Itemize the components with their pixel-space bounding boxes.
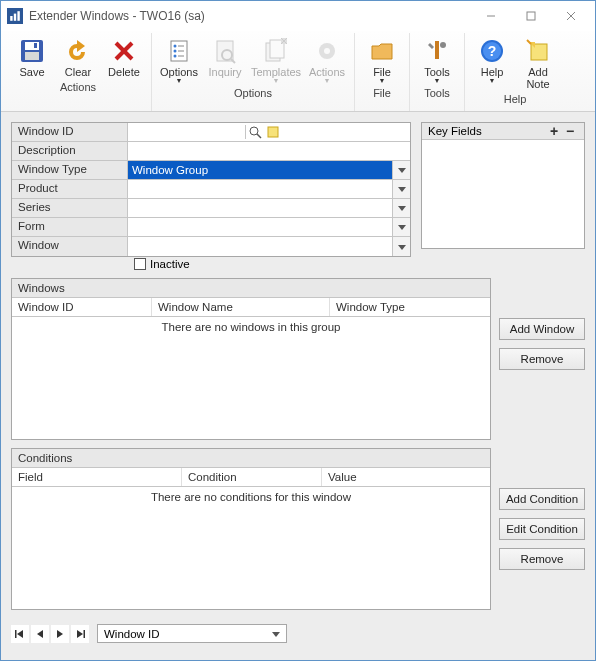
form-grid: Window ID Description Window Type <box>11 122 411 257</box>
undo-icon <box>64 37 92 65</box>
nav-prev[interactable] <box>31 625 49 643</box>
group-label-help: Help <box>504 91 527 109</box>
svg-text:?: ? <box>488 43 497 59</box>
lookup-button[interactable] <box>246 123 264 141</box>
edit-condition-button[interactable]: Edit Condition <box>499 518 585 540</box>
col-field[interactable]: Field <box>12 468 182 486</box>
svg-rect-30 <box>435 41 439 59</box>
description-input[interactable] <box>128 144 410 158</box>
delete-button[interactable]: Delete <box>101 33 147 79</box>
group-label-actions: Actions <box>60 79 96 97</box>
chevron-down-icon: ▼ <box>379 78 386 84</box>
tools-button[interactable]: Tools ▼ <box>414 33 460 85</box>
add-note-button[interactable]: Add Note <box>515 33 561 91</box>
actions-button[interactable]: Actions ▼ <box>304 33 350 85</box>
label-window-id: Window ID <box>12 123 128 141</box>
window-dropdown[interactable] <box>392 237 410 256</box>
chevron-down-icon: ▼ <box>489 78 496 84</box>
remove-window-button[interactable]: Remove <box>499 348 585 370</box>
chevron-down-icon: ▼ <box>176 78 183 84</box>
file-button[interactable]: File ▼ <box>359 33 405 85</box>
form-dropdown[interactable] <box>392 218 410 236</box>
label-description: Description <box>12 142 128 160</box>
col-window-id[interactable]: Window ID <box>12 298 152 316</box>
window-title: Extender Windows - TWO16 (sa) <box>29 9 205 23</box>
remove-condition-button[interactable]: Remove <box>499 548 585 570</box>
key-fields-header: Key Fields <box>428 125 482 137</box>
windows-panel-header: Windows <box>12 279 490 298</box>
record-navigator: Window ID <box>11 618 585 643</box>
delete-icon <box>110 37 138 65</box>
col-window-name[interactable]: Window Name <box>152 298 330 316</box>
svg-line-37 <box>257 134 261 138</box>
window-type-value[interactable]: Window Group <box>128 161 392 179</box>
label-product: Product <box>12 180 128 198</box>
label-window: Window <box>12 237 128 256</box>
windows-empty-text: There are no windows in this group <box>12 317 490 337</box>
note-icon <box>524 37 552 65</box>
series-dropdown[interactable] <box>392 199 410 217</box>
svg-line-22 <box>231 59 235 63</box>
clear-button[interactable]: Clear <box>55 33 101 79</box>
conditions-list[interactable] <box>12 507 490 609</box>
maximize-button[interactable] <box>511 2 551 30</box>
svg-point-29 <box>324 48 330 54</box>
note-button[interactable] <box>264 123 282 141</box>
ribbon: Save Clear Delete Actions Options ▼ <box>1 31 595 112</box>
product-value[interactable] <box>128 180 392 198</box>
key-fields-add[interactable]: + <box>546 125 562 137</box>
nav-next[interactable] <box>51 625 69 643</box>
chevron-down-icon: ▼ <box>324 78 331 84</box>
group-label-options: Options <box>234 85 272 103</box>
svg-rect-4 <box>527 12 535 20</box>
series-value[interactable] <box>128 199 392 217</box>
help-button[interactable]: ? Help ▼ <box>469 33 515 91</box>
inactive-checkbox[interactable] <box>134 258 146 270</box>
chevron-down-icon: ▼ <box>273 78 280 84</box>
svg-rect-2 <box>17 11 19 21</box>
col-window-type[interactable]: Window Type <box>330 298 490 316</box>
inquiry-icon <box>211 37 239 65</box>
add-condition-button[interactable]: Add Condition <box>499 488 585 510</box>
svg-point-14 <box>174 45 177 48</box>
options-icon <box>165 37 193 65</box>
options-button[interactable]: Options ▼ <box>156 33 202 85</box>
windows-list[interactable] <box>12 337 490 439</box>
key-fields-list[interactable] <box>422 140 584 248</box>
key-fields-panel: Key Fields + − <box>421 122 585 249</box>
svg-point-16 <box>174 55 177 58</box>
chevron-down-icon: ▼ <box>434 78 441 84</box>
label-series: Series <box>12 199 128 217</box>
minimize-button[interactable] <box>471 2 511 30</box>
svg-rect-38 <box>268 127 278 137</box>
close-button[interactable] <box>551 2 591 30</box>
svg-rect-39 <box>15 630 17 638</box>
templates-button[interactable]: Templates ▼ <box>248 33 304 85</box>
nav-first[interactable] <box>11 625 29 643</box>
label-form: Form <box>12 218 128 236</box>
save-icon <box>18 37 46 65</box>
nav-field-select[interactable]: Window ID <box>97 624 287 643</box>
group-label-tools: Tools <box>424 85 450 103</box>
col-condition[interactable]: Condition <box>182 468 322 486</box>
svg-point-31 <box>440 42 446 48</box>
window-value[interactable] <box>128 237 392 256</box>
svg-point-15 <box>174 50 177 53</box>
conditions-panel-header: Conditions <box>12 449 490 468</box>
col-value[interactable]: Value <box>322 468 490 486</box>
save-button[interactable]: Save <box>9 33 55 79</box>
label-window-type: Window Type <box>12 161 128 179</box>
inquiry-button[interactable]: Inquiry <box>202 33 248 85</box>
window-id-input[interactable] <box>128 125 246 139</box>
key-fields-remove[interactable]: − <box>562 125 578 137</box>
add-window-button[interactable]: Add Window <box>499 318 585 340</box>
svg-rect-0 <box>10 16 12 21</box>
nav-last[interactable] <box>71 625 89 643</box>
svg-rect-10 <box>34 43 37 48</box>
form-value[interactable] <box>128 218 392 236</box>
svg-rect-9 <box>25 52 39 60</box>
tools-icon <box>423 37 451 65</box>
product-dropdown[interactable] <box>392 180 410 198</box>
svg-rect-40 <box>84 630 86 638</box>
window-type-dropdown[interactable] <box>392 161 410 179</box>
